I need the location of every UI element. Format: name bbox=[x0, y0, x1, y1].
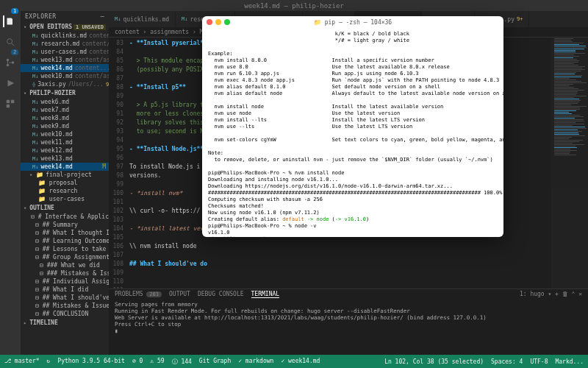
status-item[interactable]: ⎇ master* bbox=[4, 358, 40, 366]
file-item[interactable]: M↓ week8.md bbox=[21, 114, 109, 122]
outline-item[interactable]: ⊟ ### What we did bbox=[21, 261, 109, 269]
panel-tab[interactable]: OUTPUT bbox=[169, 291, 190, 298]
panel-tab[interactable]: TERMINAL bbox=[251, 291, 280, 298]
badge: 1 bbox=[11, 8, 18, 14]
panel-tab[interactable]: DEBUG CONSOLE bbox=[198, 291, 244, 298]
open-editor-item[interactable]: M↓ week14.md content... MM bbox=[21, 64, 109, 72]
status-item[interactable]: UTF-8 bbox=[530, 358, 548, 365]
more-icon[interactable]: ⋯ bbox=[101, 13, 104, 20]
folder-item[interactable]: 📁 user-cases bbox=[21, 195, 109, 203]
debug-icon[interactable] bbox=[4, 77, 16, 89]
panel-tabs: PROBLEMS 203OUTPUTDEBUG CONSOLETERMINAL1… bbox=[109, 289, 588, 300]
svg-point-1 bbox=[7, 59, 10, 62]
panel-tab[interactable]: PROBLEMS 203 bbox=[115, 291, 162, 298]
outline-item[interactable]: ⊟ ## What I should've do... bbox=[21, 294, 109, 302]
outline-item[interactable]: ⊟ ## CONCLUSION bbox=[21, 310, 109, 318]
outline-item[interactable]: ⊟ ## What I thought I kne... bbox=[21, 229, 109, 237]
svg-point-2 bbox=[7, 64, 10, 67]
minimap[interactable] bbox=[551, 38, 588, 289]
terminal-output[interactable]: Serving pages from memory Running in Fas… bbox=[109, 300, 588, 355]
folder-item[interactable]: 📁 research bbox=[21, 187, 109, 195]
minimize-icon[interactable] bbox=[215, 19, 221, 25]
folder[interactable]: 📁 final-project bbox=[21, 171, 109, 179]
explorer-icon[interactable]: 1 bbox=[3, 15, 15, 27]
status-item[interactable]: Python 3.9.5 64-bit bbox=[57, 358, 125, 366]
status-item[interactable]: Spaces: 4 bbox=[491, 358, 523, 365]
file-item[interactable]: M↓ week9.md bbox=[21, 122, 109, 130]
status-item[interactable]: ⓘ 144 bbox=[172, 358, 192, 366]
sidebar: EXPLORER⋯ OPEN EDITORS 1 UNSAVED M↓ quic… bbox=[21, 11, 109, 355]
panel-dropdown[interactable]: 1: hugo ▾ + 🗑 ⌃ ✕ bbox=[520, 291, 582, 298]
outline-item[interactable]: ⊟ ## Learning Outcomes bbox=[21, 237, 109, 245]
outline-section[interactable]: OUTLINE bbox=[21, 203, 109, 213]
outline-item[interactable]: ⊟ ## Group Assignment bbox=[21, 253, 109, 261]
status-item[interactable]: Markd... bbox=[555, 358, 584, 365]
badge: 2 bbox=[11, 49, 18, 55]
status-item[interactable]: ⚠ 59 bbox=[150, 358, 164, 366]
file-item[interactable]: M↓ week12.md bbox=[21, 146, 109, 155]
unsaved-badge: 1 UNSAVED bbox=[74, 24, 106, 30]
open-editor-item[interactable]: M↓ week10.md content/as... bbox=[21, 72, 109, 80]
open-editors-section[interactable]: OPEN EDITORS 1 UNSAVED bbox=[21, 22, 109, 32]
outline-item[interactable]: ⊟ ## Summary bbox=[21, 221, 109, 229]
extensions-icon[interactable] bbox=[4, 98, 16, 110]
terminal-titlebar[interactable]: 📁 pip — -zsh — 104×36 bbox=[202, 16, 503, 28]
file-item[interactable]: M↓ week13.md bbox=[21, 155, 109, 163]
window-titlebar: week14.md — philip-hozier bbox=[0, 0, 588, 11]
file-item[interactable]: M↓ week10.md bbox=[21, 130, 109, 138]
activity-bar: 1 2 bbox=[0, 11, 21, 355]
outline-item[interactable]: ⊟ ## Individual Assignment bbox=[21, 277, 109, 286]
status-item[interactable]: ↻ bbox=[47, 358, 51, 366]
scm-icon[interactable]: 2 bbox=[4, 57, 16, 68]
open-editor-item[interactable]: ⟠ 3axis.py /Users/...9+ bbox=[21, 80, 109, 88]
status-item[interactable]: Git Graph bbox=[199, 358, 231, 366]
outline-item[interactable]: ⊟ ## Mistakes & Issues bbox=[21, 302, 109, 310]
open-editor-item[interactable]: M↓ week13.md content/as... bbox=[21, 56, 109, 64]
svg-rect-4 bbox=[7, 100, 10, 103]
status-item[interactable]: ⊘ 0 bbox=[132, 358, 143, 366]
terminal-window[interactable]: 📁 pip — -zsh — 104×36 k/K = black / bold… bbox=[202, 16, 503, 237]
outline-item[interactable]: ⊟ ### Mistakes & Issues bbox=[21, 269, 109, 277]
project-section[interactable]: PHILIP-HOZIER bbox=[21, 88, 109, 98]
timeline-section[interactable]: TIMELINE bbox=[21, 318, 109, 328]
search-icon[interactable] bbox=[4, 36, 16, 48]
terminal-body[interactable]: k/K = black / bold black */# = light gra… bbox=[202, 28, 503, 237]
close-icon[interactable] bbox=[207, 19, 212, 25]
svg-point-3 bbox=[12, 61, 15, 64]
explorer-title: EXPLORER bbox=[25, 13, 57, 20]
svg-point-0 bbox=[7, 39, 12, 44]
folder-item[interactable]: 📁 proposal bbox=[21, 179, 109, 187]
svg-rect-5 bbox=[11, 100, 14, 103]
editor-tab[interactable]: M↓ quicklinks.md bbox=[109, 11, 176, 27]
open-editor-item[interactable]: M↓ user-cases.md content... bbox=[21, 48, 109, 56]
outline-item[interactable]: ⊟ ## Lessons to take away bbox=[21, 245, 109, 253]
line-gutter: 8384858687888990919293949596979899100101… bbox=[109, 38, 126, 289]
bottom-panel: PROBLEMS 203OUTPUTDEBUG CONSOLETERMINAL1… bbox=[109, 289, 588, 355]
status-item[interactable]: Ln 102, Col 38 (35 selected) bbox=[384, 358, 484, 365]
file-item[interactable]: M↓ week14.mdM bbox=[21, 163, 109, 171]
outline-item[interactable]: ⊟ # Interface & Application... bbox=[21, 213, 109, 221]
status-bar: ⎇ master*↻Python 3.9.5 64-bit⊘ 0⚠ 59ⓘ 14… bbox=[0, 355, 588, 368]
file-item[interactable]: M↓ week6.md bbox=[21, 98, 109, 106]
outline-item[interactable]: ⊟ ## What I did bbox=[21, 286, 109, 294]
file-item[interactable]: M↓ week11.md bbox=[21, 138, 109, 146]
open-editor-item[interactable]: M↓ quicklinks.md content/ta... bbox=[21, 32, 109, 40]
status-item[interactable]: ✓ week14.md bbox=[281, 358, 320, 366]
svg-rect-6 bbox=[7, 105, 10, 107]
terminal-title: 📁 pip — -zsh — 104×36 bbox=[314, 19, 392, 26]
status-item[interactable]: ✓ markdown bbox=[238, 358, 273, 366]
zoom-icon[interactable] bbox=[224, 19, 230, 25]
file-item[interactable]: M↓ week7.md bbox=[21, 106, 109, 114]
open-editor-item[interactable]: M↓ research.md content/fi... bbox=[21, 40, 109, 48]
